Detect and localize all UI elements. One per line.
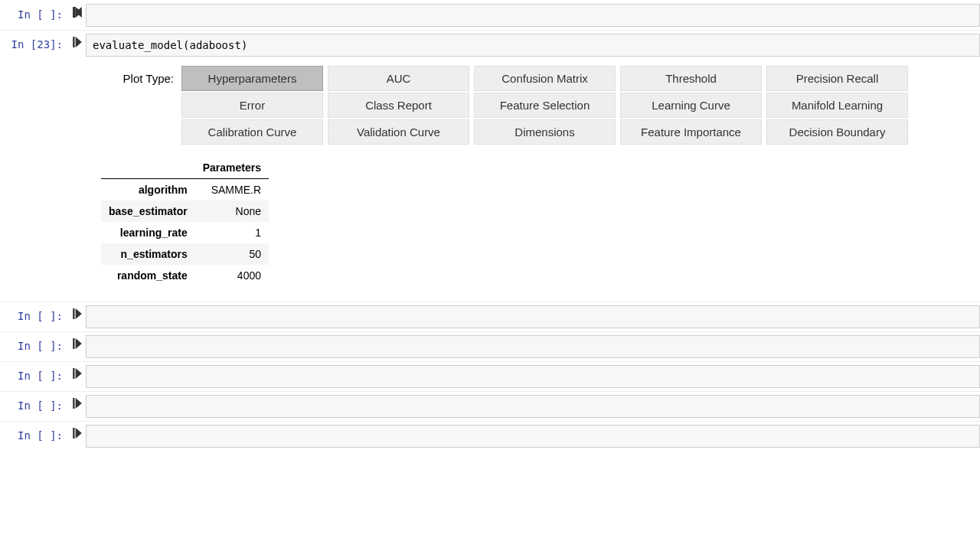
param-name: base_estimator	[101, 201, 195, 222]
play-icon	[73, 37, 82, 47]
code-cell: In [ ]:	[0, 331, 980, 361]
param-name: n_estimators	[101, 243, 195, 265]
table-row: algorithm SAMME.R	[101, 179, 269, 201]
run-cell-button[interactable]	[69, 425, 86, 448]
code-token: adaboost	[189, 39, 240, 51]
play-icon	[73, 428, 82, 439]
code-input[interactable]	[86, 425, 980, 448]
run-cell-button[interactable]	[69, 4, 86, 27]
param-name: random_state	[101, 265, 195, 286]
code-cell: In [ ]:	[0, 0, 980, 30]
param-value: 50	[195, 243, 269, 265]
cell-prompt: In [ ]:	[0, 335, 69, 358]
code-cell: In [23]: evaluate_model(adaboost)	[0, 30, 980, 60]
toggle-feature-importance[interactable]: Feature Importance	[620, 119, 762, 145]
parameters-table: Parameters algorithm SAMME.R base_estima…	[101, 157, 269, 286]
param-name: algorithm	[101, 179, 195, 201]
play-icon	[73, 398, 82, 409]
code-cell: In [ ]:	[0, 421, 980, 451]
run-cell-button[interactable]	[69, 335, 86, 358]
table-header-blank	[101, 157, 195, 179]
code-cell: In [ ]:	[0, 302, 980, 331]
toggle-manifold-learning[interactable]: Manifold Learning	[766, 93, 908, 118]
code-cell: In [ ]:	[0, 391, 980, 421]
cell-prompt: In [ ]:	[0, 425, 69, 448]
widget-label: Plot Type:	[109, 66, 174, 85]
toggle-dimensions[interactable]: Dimensions	[474, 119, 616, 145]
toggle-feature-selection[interactable]: Feature Selection	[474, 93, 616, 118]
toggle-buttons: Hyperparameters Error Calibration Curve …	[181, 66, 908, 145]
play-icon	[73, 368, 82, 379]
param-value: 1	[195, 222, 269, 243]
param-name: learning_rate	[101, 222, 195, 243]
code-input[interactable]	[86, 335, 980, 358]
code-input[interactable]	[86, 395, 980, 418]
code-token: evaluate_model	[93, 39, 183, 51]
code-input[interactable]	[86, 305, 980, 328]
run-cell-button[interactable]	[69, 395, 86, 418]
cell-prompt: In [ ]:	[0, 395, 69, 418]
table-row: random_state 4000	[101, 265, 269, 286]
toggle-precision-recall[interactable]: Precision Recall	[766, 66, 908, 91]
code-input[interactable]	[86, 365, 980, 388]
toggle-auc[interactable]: AUC	[328, 66, 469, 91]
toggle-validation-curve[interactable]: Validation Curve	[328, 119, 469, 145]
toggle-learning-curve[interactable]: Learning Curve	[620, 93, 762, 118]
cell-prompt: In [23]:	[0, 34, 69, 57]
toggle-class-report[interactable]: Class Report	[328, 93, 469, 118]
table-header: Parameters	[195, 157, 269, 179]
cell-output: Plot Type: Hyperparameters Error Calibra…	[86, 60, 980, 302]
table-row: base_estimator None	[101, 201, 269, 222]
param-value: SAMME.R	[195, 179, 269, 201]
param-value: None	[195, 201, 269, 222]
toggle-confusion-matrix[interactable]: Confusion Matrix	[474, 66, 616, 91]
toggle-threshold[interactable]: Threshold	[620, 66, 762, 91]
play-icon	[73, 7, 82, 18]
cell-prompt: In [ ]:	[0, 4, 69, 27]
toggle-decision-boundary[interactable]: Decision Boundary	[766, 119, 908, 145]
toggle-error[interactable]: Error	[181, 93, 323, 118]
cell-prompt: In [ ]:	[0, 305, 69, 328]
param-value: 4000	[195, 265, 269, 286]
play-icon	[73, 308, 82, 319]
run-cell-button[interactable]	[69, 365, 86, 388]
code-input[interactable]: evaluate_model(adaboost)	[86, 34, 980, 57]
run-cell-button[interactable]	[69, 34, 86, 57]
cell-prompt: In [ ]:	[0, 365, 69, 388]
play-icon	[73, 338, 82, 349]
run-cell-button[interactable]	[69, 305, 86, 328]
code-cell: In [ ]:	[0, 361, 980, 391]
toggle-hyperparameters[interactable]: Hyperparameters	[181, 66, 323, 91]
toggle-calibration-curve[interactable]: Calibration Curve	[181, 119, 323, 145]
plot-type-widget: Plot Type: Hyperparameters Error Calibra…	[109, 66, 965, 145]
table-row: n_estimators 50	[101, 243, 269, 265]
table-row: learning_rate 1	[101, 222, 269, 243]
code-input[interactable]	[86, 4, 980, 27]
code-token: )	[241, 39, 247, 51]
